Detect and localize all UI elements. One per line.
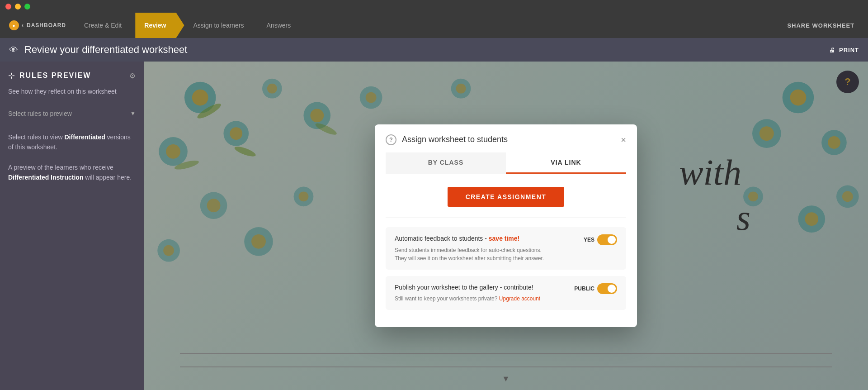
modal-header: ? Assign worksheet to students × — [375, 124, 637, 152]
preview-text-part1: A preview of the learners who receive — [8, 164, 113, 171]
main-content: ⊹ RULES PREVIEW ⚙ See how they reflect o… — [0, 62, 868, 390]
nav-step-answers[interactable]: Answers — [258, 13, 305, 38]
eye-icon: 👁 — [9, 45, 18, 55]
rules-preview-title: RULES PREVIEW — [19, 71, 91, 80]
nav-step-review-label: Review — [144, 22, 166, 29]
preview-text: A preview of the learners who receive Di… — [8, 162, 136, 183]
worksheet-area: with s ▼ ? ? Assign worksheet to student… — [144, 62, 868, 390]
toggle-knob-2 — [608, 285, 616, 293]
maximize-button[interactable] — [24, 4, 30, 10]
publish-option-text: Publish your worksheet to the gallery - … — [395, 283, 567, 303]
feedback-desc-line2: They will see it on the worksheet after … — [395, 254, 576, 262]
tab-by-class[interactable]: BY CLASS — [386, 152, 506, 174]
rules-select[interactable]: Select rules to preview ▼ — [8, 106, 136, 121]
publish-option-desc: Still want to keep your worksheets priva… — [395, 295, 567, 303]
nav-step-create[interactable]: Create & Edit — [75, 13, 135, 38]
dashboard-link[interactable]: ● ‹ DASHBOARD — [0, 13, 75, 38]
dashboard-dot: ● — [9, 20, 19, 30]
publish-toggle[interactable] — [597, 283, 617, 294]
modal-close-button[interactable]: × — [621, 135, 626, 144]
nav-step-create-label: Create & Edit — [84, 22, 122, 29]
rules-icon: ⊹ — [8, 71, 15, 81]
print-button[interactable]: 🖨 PRINT — [829, 47, 859, 53]
close-button[interactable] — [5, 4, 11, 10]
nav-step-review[interactable]: Review — [135, 13, 184, 38]
publish-toggle-container: PUBLIC — [574, 283, 617, 294]
feedback-option-card: Automatic feedback to students - save ti… — [386, 227, 626, 270]
print-label: PRINT — [839, 47, 859, 53]
nav-step-assign-label: Assign to learners — [193, 22, 244, 29]
publish-option-label: Publish your worksheet to the gallery - … — [395, 283, 567, 292]
gear-icon[interactable]: ⚙ — [129, 71, 136, 80]
publish-toggle-label: PUBLIC — [574, 285, 594, 292]
feedback-option-desc: Send students immediate feedback for aut… — [395, 246, 576, 262]
create-assignment-button[interactable]: CREATE ASSIGNMENT — [448, 187, 565, 207]
assign-modal: ? Assign worksheet to students × BY CLAS… — [375, 124, 637, 327]
modal-tabs: BY CLASS VIA LINK — [386, 152, 626, 174]
chevron-down-icon: ▼ — [130, 110, 136, 117]
modal-help-icon: ? — [386, 134, 396, 145]
feedback-desc-line1: Send students immediate feedback for aut… — [395, 246, 576, 254]
feedback-option-label: Automatic feedback to students - save ti… — [395, 234, 576, 243]
rules-select-label: Select rules to preview — [8, 110, 72, 117]
differentiated-text: Select rules to view Differentiated vers… — [8, 132, 136, 152]
dashboard-label: DASHBOARD — [27, 22, 66, 29]
preview-text-bold: Differentiated Instruction — [8, 174, 83, 181]
publish-option-card: Publish your worksheet to the gallery - … — [386, 276, 626, 310]
minimize-button[interactable] — [15, 4, 21, 10]
feedback-label-part1: Automatic feedback to students - — [395, 235, 489, 242]
page-header: 👁 Review your differentiated worksheet 🖨… — [0, 38, 868, 62]
toggle-knob — [608, 236, 616, 244]
feedback-toggle[interactable] — [597, 234, 617, 245]
feedback-option-text: Automatic feedback to students - save ti… — [395, 234, 576, 262]
printer-icon: 🖨 — [829, 47, 835, 53]
modal-overlay: ? Assign worksheet to students × BY CLAS… — [144, 62, 868, 390]
publish-desc-line1: Still want to keep your worksheets priva… — [395, 295, 497, 302]
rules-preview-header: ⊹ RULES PREVIEW ⚙ — [8, 71, 136, 81]
tab-via-link[interactable]: VIA LINK — [506, 152, 626, 174]
diff-text-part1: Select rules to view — [8, 133, 65, 141]
sidebar: ⊹ RULES PREVIEW ⚙ See how they reflect o… — [0, 62, 144, 390]
publish-label-part1: Publish your worksheet to the gallery - … — [395, 284, 533, 291]
preview-text-part2: will appear here. — [83, 174, 132, 181]
window-chrome — [0, 0, 868, 13]
feedback-toggle-container: YES — [584, 234, 617, 245]
sidebar-subtitle: See how they reflect on this worksheet — [8, 87, 136, 96]
modal-body: CREATE ASSIGNMENT Automatic feedback to … — [375, 174, 637, 327]
modal-title: Assign worksheet to students — [402, 135, 508, 144]
share-worksheet-button[interactable]: SHARE WORKSHEET — [774, 13, 868, 38]
top-nav: ● ‹ DASHBOARD Create & Edit Review Assig… — [0, 13, 868, 38]
nav-steps: Create & Edit Review Assign to learners … — [75, 13, 774, 38]
modal-divider — [386, 218, 626, 218]
page-title: Review your differentiated worksheet — [24, 44, 187, 56]
feedback-toggle-label: YES — [584, 237, 594, 243]
upgrade-account-link[interactable]: Upgrade account — [499, 295, 540, 302]
diff-text-bold: Differentiated — [65, 133, 105, 141]
feedback-label-highlight: save time! — [489, 235, 519, 242]
nav-step-answers-label: Answers — [267, 22, 291, 29]
nav-step-assign[interactable]: Assign to learners — [184, 13, 258, 38]
